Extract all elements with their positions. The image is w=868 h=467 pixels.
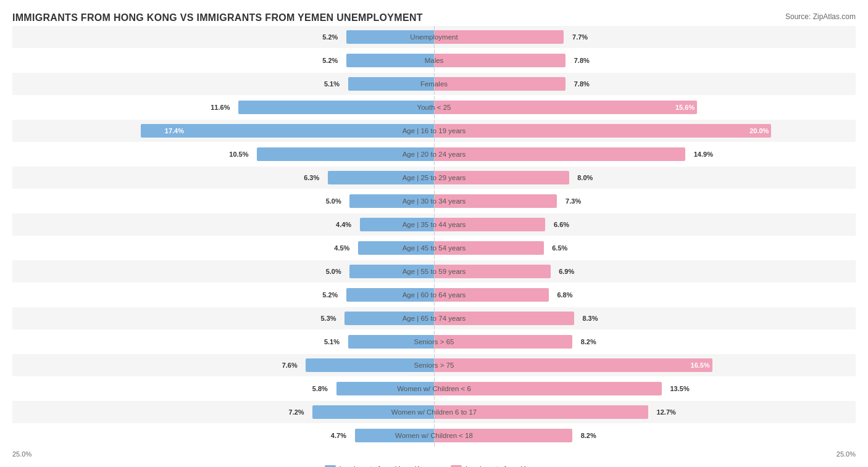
row-center-label: Age | 20 to 24 years [403, 151, 466, 158]
row-center-label: Females [420, 80, 448, 88]
row-pink-value: 7.3% [565, 194, 581, 208]
row-pink-value: 6.5% [552, 241, 567, 255]
row-blue-value: 4.5% [334, 241, 349, 255]
chart-row: Age | 45 to 54 years4.5%6.5% [12, 237, 856, 259]
chart-row: Women w/ Children 6 to 177.2%12.7% [12, 401, 856, 423]
bar-pink [434, 147, 685, 161]
axis-right-label: 25.0% [837, 450, 856, 458]
row-blue-value: 11.6% [211, 101, 230, 114]
chart-row: Women w/ Children < 65.8%13.5% [12, 378, 856, 400]
row-blue-value: 7.6% [282, 358, 298, 372]
bar-pink [434, 54, 565, 67]
row-center-label: Males [425, 57, 444, 64]
row-pink-value: 8.3% [582, 312, 598, 325]
chart-row: Age | 55 to 59 years5.0%6.9% [12, 260, 856, 283]
row-blue-value: 7.2% [289, 405, 304, 419]
chart-row: Age | 65 to 74 years5.3%8.3% [12, 307, 856, 329]
chart-source: Source: ZipAtlas.com [785, 12, 856, 21]
row-center-label: Age | 60 to 64 years [403, 291, 466, 299]
row-blue-value: 5.8% [312, 382, 328, 395]
chart-row: Youth < 2511.6%15.6% [12, 96, 856, 118]
row-center-label: Age | 45 to 54 years [403, 244, 466, 252]
row-center-label: Women w/ Children 6 to 17 [391, 408, 477, 416]
row-center-label: Age | 55 to 59 years [403, 268, 466, 275]
row-pink-value: 7.7% [572, 30, 588, 44]
row-pink-value: 16.5% [691, 358, 712, 372]
row-blue-value: 5.2% [322, 54, 338, 67]
row-pink-value: 7.8% [574, 54, 590, 67]
row-blue-value: 5.0% [326, 265, 341, 278]
row-blue-value: 6.3% [304, 171, 319, 184]
row-center-label: Age | 30 to 34 years [403, 197, 466, 205]
chart-row: Women w/ Children < 184.7%8.2% [12, 424, 856, 447]
row-blue-value: 5.0% [326, 194, 341, 208]
row-blue-value: 10.5% [229, 147, 248, 161]
bar-blue [238, 101, 434, 114]
row-pink-value: 8.2% [581, 429, 596, 442]
row-blue-value: 4.4% [336, 218, 351, 231]
row-center-label: Unemployment [410, 33, 457, 41]
row-pink-value: 14.9% [694, 147, 713, 161]
bar-pink [434, 124, 771, 138]
row-pink-value: 7.8% [574, 77, 590, 91]
row-blue-value: 4.7% [331, 429, 346, 442]
bar-blue [141, 124, 434, 138]
row-pink-value: 6.6% [554, 218, 569, 231]
chart-row: Males5.2%7.8% [12, 49, 856, 72]
row-center-label: Seniors > 75 [414, 362, 454, 369]
bar-blue [346, 54, 434, 67]
row-pink-value: 15.6% [675, 101, 697, 114]
chart-title: IMMIGRANTS FROM HONG KONG VS IMMIGRANTS … [12, 12, 423, 23]
row-center-label: Age | 25 to 29 years [403, 174, 466, 181]
row-center-label: Women w/ Children < 18 [395, 432, 473, 439]
row-center-label: Women w/ Children < 6 [397, 385, 471, 392]
chart-row: Age | 25 to 29 years6.3%8.0% [12, 167, 856, 189]
chart-row: Age | 20 to 24 years10.5%14.9% [12, 143, 856, 165]
row-pink-value: 20.0% [749, 124, 771, 138]
row-pink-value: 13.5% [670, 382, 689, 395]
row-blue-value: 5.1% [324, 335, 340, 349]
chart-row: Females5.1%7.8% [12, 73, 856, 95]
row-center-label: Seniors > 65 [414, 338, 454, 345]
row-center-label: Age | 35 to 44 years [403, 221, 466, 228]
row-pink-value: 6.8% [557, 288, 572, 302]
bar-pink [434, 77, 565, 91]
row-pink-value: 12.7% [657, 405, 676, 419]
row-blue-value: 17.4% [162, 124, 184, 138]
bar-pink [434, 358, 712, 372]
row-pink-value: 8.0% [577, 171, 593, 184]
row-center-label: Age | 65 to 74 years [403, 315, 466, 322]
chart-row: Age | 60 to 64 years5.2%6.8% [12, 284, 856, 306]
x-axis: 25.0% 25.0% [12, 448, 856, 460]
row-pink-value: 8.2% [581, 335, 596, 349]
axis-left-label: 25.0% [12, 450, 31, 458]
chart-container: IMMIGRANTS FROM HONG KONG VS IMMIGRANTS … [12, 12, 856, 467]
row-blue-value: 5.2% [322, 30, 338, 44]
chart-row: Age | 16 to 19 years17.4%20.0% [12, 120, 856, 142]
chart-row: Age | 35 to 44 years4.4%6.6% [12, 213, 856, 236]
chart-row: Seniors > 655.1%8.2% [12, 331, 856, 353]
chart-row: Unemployment5.2%7.7% [12, 26, 856, 48]
row-blue-value: 5.1% [324, 77, 340, 91]
chart-row: Seniors > 757.6%16.5% [12, 354, 856, 376]
row-center-label: Age | 16 to 19 years [403, 127, 466, 134]
bar-pink [434, 101, 697, 114]
row-pink-value: 6.9% [559, 265, 574, 278]
row-center-label: Youth < 25 [417, 104, 451, 111]
bar-pink [434, 335, 572, 349]
chart-area: Unemployment5.2%7.7%Males5.2%7.8%Females… [12, 26, 856, 467]
row-blue-value: 5.3% [320, 312, 336, 325]
rows-wrapper: Unemployment5.2%7.7%Males5.2%7.8%Females… [12, 26, 856, 447]
chart-row: Age | 30 to 34 years5.0%7.3% [12, 190, 856, 212]
row-blue-value: 5.2% [322, 288, 338, 302]
